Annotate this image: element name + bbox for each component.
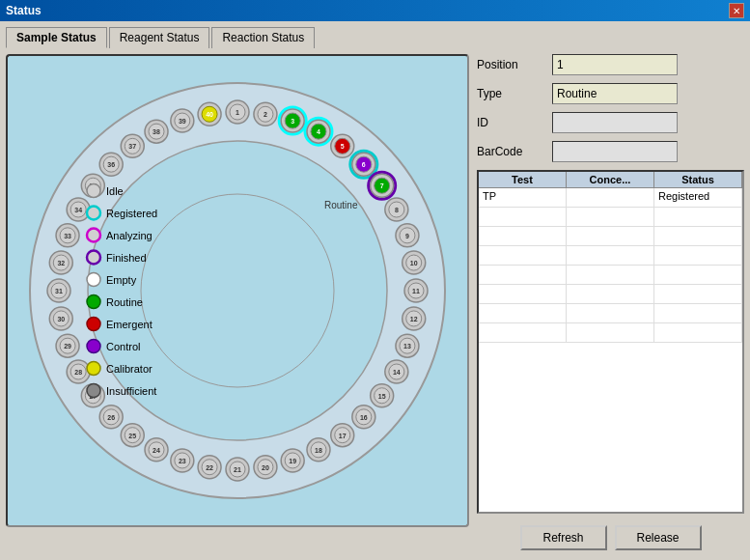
legend-registered: Registered xyxy=(85,205,157,222)
window-title: Status xyxy=(6,4,42,17)
release-button[interactable]: Release xyxy=(615,525,702,550)
svg-text:Routine: Routine xyxy=(324,200,358,210)
cell-test xyxy=(479,246,567,265)
cell-test xyxy=(479,208,567,226)
table-row xyxy=(479,285,742,304)
svg-text:12: 12 xyxy=(410,316,418,322)
svg-point-131 xyxy=(87,251,100,265)
svg-point-129 xyxy=(87,207,100,220)
legend-empty: Empty xyxy=(85,271,157,289)
legend-routine: Routine xyxy=(85,294,157,311)
cell-test xyxy=(479,266,567,284)
cell-conc xyxy=(567,323,654,342)
carousel-panel: 1234567891011121314151617181920212223242… xyxy=(6,54,469,527)
legend-calibrator: Calibrator xyxy=(85,360,157,378)
col-conc: Conce... xyxy=(567,172,654,187)
svg-text:19: 19 xyxy=(289,458,296,464)
svg-text:39: 39 xyxy=(179,118,186,125)
main-content: 1234567891011121314151617181920212223242… xyxy=(6,54,744,550)
barcode-input[interactable] xyxy=(552,141,678,162)
position-input[interactable] xyxy=(552,54,678,75)
svg-text:32: 32 xyxy=(57,260,65,266)
cell-test xyxy=(479,323,567,342)
svg-text:33: 33 xyxy=(64,233,71,239)
svg-text:18: 18 xyxy=(315,447,322,454)
cell-conc xyxy=(567,208,654,226)
svg-text:13: 13 xyxy=(403,343,411,350)
svg-point-130 xyxy=(87,229,100,242)
svg-text:21: 21 xyxy=(234,466,241,473)
window-body: Sample Status Reagent Status Reaction St… xyxy=(0,21,750,560)
cell-status: Registered xyxy=(654,188,742,207)
type-input[interactable] xyxy=(552,83,678,104)
legend-analyzing: Analyzing xyxy=(85,227,157,244)
barcode-row: BarCode xyxy=(477,141,744,162)
tab-reaction-status[interactable]: Reaction Status xyxy=(211,27,315,48)
type-label: Type xyxy=(477,87,544,100)
svg-text:14: 14 xyxy=(393,369,401,376)
svg-text:30: 30 xyxy=(57,316,65,322)
svg-text:25: 25 xyxy=(128,433,136,439)
svg-point-134 xyxy=(87,318,100,331)
table-row xyxy=(479,266,742,285)
cell-status xyxy=(654,323,742,342)
cell-conc xyxy=(567,285,654,303)
table-row xyxy=(479,208,742,227)
svg-point-133 xyxy=(87,295,100,309)
cell-status xyxy=(654,285,742,303)
close-button[interactable]: ✕ xyxy=(729,3,744,18)
svg-text:20: 20 xyxy=(262,464,269,471)
table-row xyxy=(479,227,742,246)
cell-status xyxy=(654,304,742,322)
tab-bar: Sample Status Reagent Status Reaction St… xyxy=(6,27,744,48)
cell-conc xyxy=(567,304,654,322)
svg-text:11: 11 xyxy=(412,288,420,294)
svg-text:34: 34 xyxy=(74,207,82,213)
cell-conc xyxy=(567,246,654,265)
legend-emergent: Emergent xyxy=(85,316,157,333)
cell-conc xyxy=(567,188,654,207)
carousel-svg: 1234567891011121314151617181920212223242… xyxy=(15,69,459,513)
refresh-button[interactable]: Refresh xyxy=(520,525,607,550)
position-row: Position xyxy=(477,54,744,75)
svg-text:2: 2 xyxy=(264,111,267,118)
svg-point-135 xyxy=(87,340,100,353)
svg-text:16: 16 xyxy=(360,414,368,421)
position-label: Position xyxy=(477,58,544,71)
button-row: Refresh Release xyxy=(477,525,744,550)
svg-point-132 xyxy=(87,273,100,287)
table-row: TPRegistered xyxy=(479,188,742,208)
svg-text:37: 37 xyxy=(128,143,136,150)
cell-status xyxy=(654,227,742,245)
table-header: Test Conce... Status xyxy=(479,172,742,188)
cell-test xyxy=(479,304,567,322)
cell-test xyxy=(479,285,567,303)
table-body: TPRegistered xyxy=(479,188,742,343)
col-test: Test xyxy=(479,172,567,187)
svg-point-137 xyxy=(87,384,100,398)
cell-status xyxy=(654,246,742,265)
svg-text:7: 7 xyxy=(380,182,384,189)
table-row xyxy=(479,304,742,323)
results-table: Test Conce... Status TPRegistered xyxy=(477,170,744,514)
svg-text:15: 15 xyxy=(378,393,386,400)
svg-text:3: 3 xyxy=(291,118,294,125)
svg-text:26: 26 xyxy=(107,414,115,421)
legend-control: Control xyxy=(85,338,157,355)
svg-text:4: 4 xyxy=(317,128,320,135)
legend-insufficient: Insufficient xyxy=(85,382,157,400)
svg-point-136 xyxy=(87,362,100,376)
id-label: ID xyxy=(477,116,544,129)
cell-conc xyxy=(567,266,654,284)
tab-reagent-status[interactable]: Reagent Status xyxy=(109,27,210,48)
svg-text:28: 28 xyxy=(74,369,82,376)
cell-conc xyxy=(567,227,654,245)
svg-text:36: 36 xyxy=(107,161,115,168)
tab-sample-status[interactable]: Sample Status xyxy=(6,27,107,48)
svg-text:6: 6 xyxy=(362,161,366,168)
cell-test xyxy=(479,227,567,245)
barcode-label: BarCode xyxy=(477,145,544,158)
id-row: ID xyxy=(477,112,744,133)
svg-point-2 xyxy=(141,194,334,387)
id-input[interactable] xyxy=(552,112,678,133)
